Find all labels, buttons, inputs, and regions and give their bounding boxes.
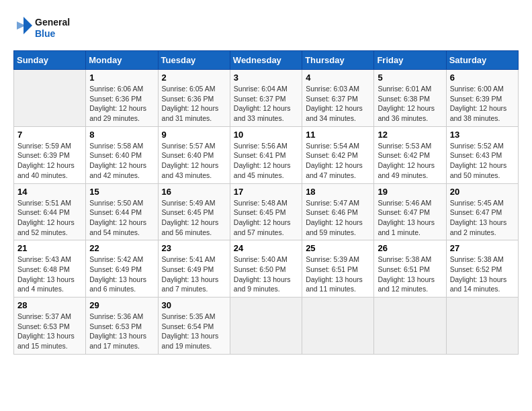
day-info: Sunrise: 5:58 AM Sunset: 6:40 PM Dayligh… [89,141,154,181]
svg-text:Blue: Blue [35,28,56,39]
day-number: 8 [89,130,154,140]
day-number: 29 [89,300,154,310]
day-number: 15 [89,187,154,197]
calendar-cell: 3Sunrise: 6:04 AM Sunset: 6:37 PM Daylig… [230,70,302,127]
calendar-cell: 11Sunrise: 5:54 AM Sunset: 6:42 PM Dayli… [302,126,374,183]
day-number: 7 [17,130,82,140]
calendar-week-4: 21Sunrise: 5:43 AM Sunset: 6:48 PM Dayli… [14,240,519,298]
calendar-cell [230,298,302,355]
day-number: 9 [162,130,226,140]
calendar-cell: 10Sunrise: 5:56 AM Sunset: 6:41 PM Dayli… [230,126,302,183]
day-number: 17 [234,187,298,197]
calendar-cell: 16Sunrise: 5:49 AM Sunset: 6:45 PM Dayli… [158,183,230,240]
calendar-week-5: 28Sunrise: 5:37 AM Sunset: 6:53 PM Dayli… [14,298,519,355]
calendar-cell: 17Sunrise: 5:48 AM Sunset: 6:45 PM Dayli… [230,183,302,240]
calendar-cell: 19Sunrise: 5:46 AM Sunset: 6:47 PM Dayli… [374,183,446,240]
day-number: 12 [378,130,442,140]
day-info: Sunrise: 5:59 AM Sunset: 6:39 PM Dayligh… [17,141,82,181]
calendar-cell: 23Sunrise: 5:41 AM Sunset: 6:49 PM Dayli… [158,240,230,298]
day-info: Sunrise: 5:51 AM Sunset: 6:44 PM Dayligh… [17,198,82,238]
weekday-header-sunday: Sunday [14,51,86,70]
calendar-cell: 14Sunrise: 5:51 AM Sunset: 6:44 PM Dayli… [14,183,86,240]
calendar-header: SundayMondayTuesdayWednesdayThursdayFrid… [14,51,519,70]
calendar-cell [302,298,374,355]
calendar-table: SundayMondayTuesdayWednesdayThursdayFrid… [13,50,519,355]
calendar-cell: 24Sunrise: 5:40 AM Sunset: 6:50 PM Dayli… [230,240,302,298]
calendar-cell: 12Sunrise: 5:53 AM Sunset: 6:42 PM Dayli… [374,126,446,183]
logo-svg: General Blue [13,13,74,44]
weekday-header-tuesday: Tuesday [158,51,230,70]
weekday-header-saturday: Saturday [446,51,518,70]
calendar-cell [446,298,518,355]
day-info: Sunrise: 6:00 AM Sunset: 6:39 PM Dayligh… [450,84,515,124]
calendar-cell: 13Sunrise: 5:52 AM Sunset: 6:43 PM Dayli… [446,126,518,183]
calendar-cell: 6Sunrise: 6:00 AM Sunset: 6:39 PM Daylig… [446,70,518,127]
day-info: Sunrise: 5:38 AM Sunset: 6:51 PM Dayligh… [378,255,442,294]
day-info: Sunrise: 6:01 AM Sunset: 6:38 PM Dayligh… [378,84,442,124]
weekday-header-wednesday: Wednesday [230,51,302,70]
day-number: 3 [234,73,298,83]
day-number: 28 [17,300,82,310]
day-info: Sunrise: 5:38 AM Sunset: 6:52 PM Dayligh… [450,255,515,294]
calendar-cell: 5Sunrise: 6:01 AM Sunset: 6:38 PM Daylig… [374,70,446,127]
calendar-week-1: 1Sunrise: 6:06 AM Sunset: 6:36 PM Daylig… [14,70,519,127]
day-number: 19 [378,187,442,197]
day-info: Sunrise: 6:06 AM Sunset: 6:36 PM Dayligh… [89,84,154,124]
day-number: 11 [306,130,370,140]
calendar-cell: 20Sunrise: 5:45 AM Sunset: 6:47 PM Dayli… [446,183,518,240]
day-info: Sunrise: 5:57 AM Sunset: 6:40 PM Dayligh… [162,141,226,181]
logo: General Blue [13,13,74,44]
day-info: Sunrise: 5:49 AM Sunset: 6:45 PM Dayligh… [162,198,226,238]
calendar-cell: 22Sunrise: 5:42 AM Sunset: 6:49 PM Dayli… [86,240,158,298]
day-number: 16 [162,187,226,197]
weekday-header-thursday: Thursday [302,51,374,70]
day-info: Sunrise: 6:05 AM Sunset: 6:36 PM Dayligh… [162,84,226,124]
day-info: Sunrise: 6:04 AM Sunset: 6:37 PM Dayligh… [234,84,298,124]
weekday-header-monday: Monday [86,51,158,70]
svg-text:General: General [35,17,70,28]
day-info: Sunrise: 5:47 AM Sunset: 6:46 PM Dayligh… [306,198,370,238]
day-number: 14 [17,187,82,197]
day-number: 23 [162,243,226,253]
calendar-cell: 2Sunrise: 6:05 AM Sunset: 6:36 PM Daylig… [158,70,230,127]
day-info: Sunrise: 5:40 AM Sunset: 6:50 PM Dayligh… [234,255,298,294]
day-info: Sunrise: 5:35 AM Sunset: 6:54 PM Dayligh… [162,312,226,351]
day-info: Sunrise: 5:39 AM Sunset: 6:51 PM Dayligh… [306,255,370,294]
calendar-cell: 15Sunrise: 5:50 AM Sunset: 6:44 PM Dayli… [86,183,158,240]
day-info: Sunrise: 5:46 AM Sunset: 6:47 PM Dayligh… [378,198,442,238]
calendar-week-2: 7Sunrise: 5:59 AM Sunset: 6:39 PM Daylig… [14,126,519,183]
day-number: 13 [450,130,515,140]
day-number: 24 [234,243,298,253]
calendar-cell: 30Sunrise: 5:35 AM Sunset: 6:54 PM Dayli… [158,298,230,355]
day-info: Sunrise: 5:37 AM Sunset: 6:53 PM Dayligh… [17,312,82,351]
day-info: Sunrise: 5:43 AM Sunset: 6:48 PM Dayligh… [17,255,82,294]
calendar-cell: 8Sunrise: 5:58 AM Sunset: 6:40 PM Daylig… [86,126,158,183]
day-number: 27 [450,243,515,253]
day-info: Sunrise: 5:56 AM Sunset: 6:41 PM Dayligh… [234,141,298,181]
calendar-cell: 28Sunrise: 5:37 AM Sunset: 6:53 PM Dayli… [14,298,86,355]
weekday-header-friday: Friday [374,51,446,70]
calendar-cell: 26Sunrise: 5:38 AM Sunset: 6:51 PM Dayli… [374,240,446,298]
day-number: 20 [450,187,515,197]
weekday-header-row: SundayMondayTuesdayWednesdayThursdayFrid… [14,51,519,70]
day-number: 22 [89,243,154,253]
day-info: Sunrise: 5:45 AM Sunset: 6:47 PM Dayligh… [450,198,515,238]
day-number: 26 [378,243,442,253]
day-info: Sunrise: 5:54 AM Sunset: 6:42 PM Dayligh… [306,141,370,181]
day-number: 1 [89,73,154,83]
calendar-cell: 9Sunrise: 5:57 AM Sunset: 6:40 PM Daylig… [158,126,230,183]
day-info: Sunrise: 5:52 AM Sunset: 6:43 PM Dayligh… [450,141,515,181]
calendar-cell [14,70,86,127]
day-info: Sunrise: 5:41 AM Sunset: 6:49 PM Dayligh… [162,255,226,294]
day-info: Sunrise: 5:50 AM Sunset: 6:44 PM Dayligh… [89,198,154,238]
day-number: 18 [306,187,370,197]
calendar-cell: 29Sunrise: 5:36 AM Sunset: 6:53 PM Dayli… [86,298,158,355]
calendar-cell [374,298,446,355]
day-number: 5 [378,73,442,83]
day-info: Sunrise: 5:42 AM Sunset: 6:49 PM Dayligh… [89,255,154,294]
calendar-cell: 21Sunrise: 5:43 AM Sunset: 6:48 PM Dayli… [14,240,86,298]
day-number: 2 [162,73,226,83]
calendar-week-3: 14Sunrise: 5:51 AM Sunset: 6:44 PM Dayli… [14,183,519,240]
day-info: Sunrise: 5:36 AM Sunset: 6:53 PM Dayligh… [89,312,154,351]
calendar-cell: 4Sunrise: 6:03 AM Sunset: 6:37 PM Daylig… [302,70,374,127]
